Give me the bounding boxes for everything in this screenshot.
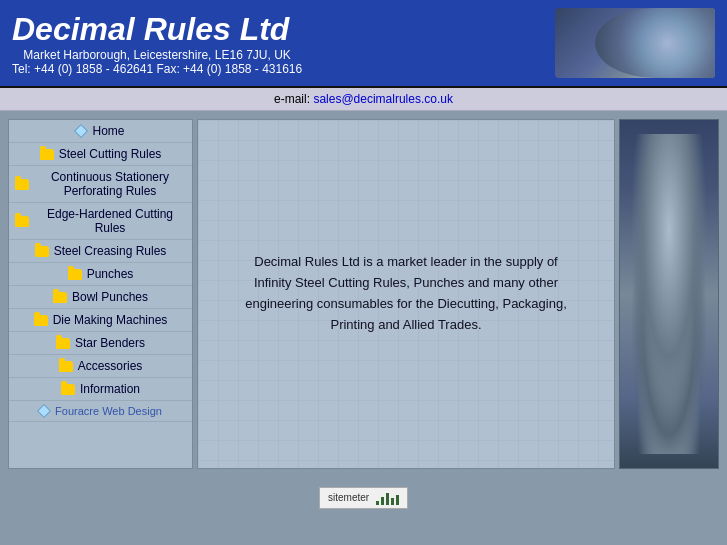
- sidebar-item-fouracre-label[interactable]: Fouracre Web Design: [55, 405, 162, 417]
- sidebar-item-edge-hardened-label[interactable]: Edge-Hardened Cutting Rules: [34, 207, 186, 235]
- folder-icon: [35, 246, 49, 257]
- sidebar-item-edge-hardened[interactable]: Edge-Hardened Cutting Rules: [9, 203, 192, 240]
- sidebar-item-bowl-punches[interactable]: Bowl Punches: [9, 286, 192, 309]
- sidebar-item-steel-creasing-label[interactable]: Steel Creasing Rules: [54, 244, 167, 258]
- folder-icon: [61, 384, 75, 395]
- sidebar-item-die-making[interactable]: Die Making Machines: [9, 309, 192, 332]
- right-panel: [619, 119, 719, 469]
- folder-icon: [59, 361, 73, 372]
- sidebar-item-bowl-punches-label[interactable]: Bowl Punches: [72, 290, 148, 304]
- sidebar-item-fouracre[interactable]: Fouracre Web Design: [9, 401, 192, 422]
- page-header: Decimal Rules Ltd Market Harborough, Lei…: [0, 0, 727, 88]
- bar-5: [396, 495, 399, 505]
- header-image: [555, 8, 715, 78]
- sidebar-item-information-label[interactable]: Information: [80, 382, 140, 396]
- sidebar-item-steel-creasing[interactable]: Steel Creasing Rules: [9, 240, 192, 263]
- bar-2: [381, 497, 384, 505]
- sidebar: Home Steel Cutting Rules Continuous Stat…: [8, 119, 193, 469]
- header-address: Market Harborough, Leicestershire, LE16 …: [12, 48, 302, 76]
- bar-4: [391, 498, 394, 505]
- sidebar-item-accessories[interactable]: Accessories: [9, 355, 192, 378]
- header-text-block: Decimal Rules Ltd Market Harborough, Lei…: [12, 11, 302, 76]
- sidebar-item-die-making-label[interactable]: Die Making Machines: [53, 313, 168, 327]
- right-panel-image: [624, 134, 714, 454]
- sidebar-item-star-benders-label[interactable]: Star Benders: [75, 336, 145, 350]
- address-line2: Tel: +44 (0) 1858 - 462641 Fax: +44 (0) …: [12, 62, 302, 76]
- folder-icon: [15, 179, 29, 190]
- sidebar-item-home-label[interactable]: Home: [92, 124, 124, 138]
- sitemeter-badge[interactable]: sitemeter: [319, 487, 408, 509]
- bottom-area: sitemeter: [0, 477, 727, 519]
- folder-icon: [53, 292, 67, 303]
- folder-icon: [40, 149, 54, 160]
- email-link[interactable]: sales@decimalrules.co.uk: [313, 92, 453, 106]
- bar-3: [386, 493, 389, 505]
- gear-image: [595, 8, 715, 78]
- sitemeter-bars: [376, 491, 399, 505]
- content-body: Decimal Rules Ltd is a market leader in …: [236, 252, 576, 335]
- folder-icon: [15, 216, 29, 227]
- email-label: e-mail:: [274, 92, 310, 106]
- sidebar-item-home[interactable]: Home: [9, 120, 192, 143]
- sidebar-item-continuous-stationery[interactable]: Continuous Stationery Perforating Rules: [9, 166, 192, 203]
- sidebar-item-accessories-label[interactable]: Accessories: [78, 359, 143, 373]
- sidebar-item-steel-cutting-rules[interactable]: Steel Cutting Rules: [9, 143, 192, 166]
- folder-icon: [34, 315, 48, 326]
- site-title: Decimal Rules Ltd: [12, 11, 302, 48]
- sidebar-item-punches[interactable]: Punches: [9, 263, 192, 286]
- address-line1: Market Harborough, Leicestershire, LE16 …: [12, 48, 302, 62]
- folder-icon: [68, 269, 82, 280]
- sidebar-item-information[interactable]: Information: [9, 378, 192, 401]
- sidebar-item-continuous-stationery-label[interactable]: Continuous Stationery Perforating Rules: [34, 170, 186, 198]
- email-bar: e-mail: sales@decimalrules.co.uk: [0, 88, 727, 111]
- folder-icon: [56, 338, 70, 349]
- bar-1: [376, 501, 379, 505]
- sitemeter-label: sitemeter: [328, 492, 369, 503]
- diamond-icon: [37, 404, 51, 418]
- main-layout: Home Steel Cutting Rules Continuous Stat…: [8, 119, 719, 469]
- sidebar-item-punches-label[interactable]: Punches: [87, 267, 134, 281]
- content-area: Decimal Rules Ltd is a market leader in …: [197, 119, 615, 469]
- diamond-icon: [74, 124, 88, 138]
- sidebar-item-steel-cutting-rules-label[interactable]: Steel Cutting Rules: [59, 147, 162, 161]
- sidebar-item-star-benders[interactable]: Star Benders: [9, 332, 192, 355]
